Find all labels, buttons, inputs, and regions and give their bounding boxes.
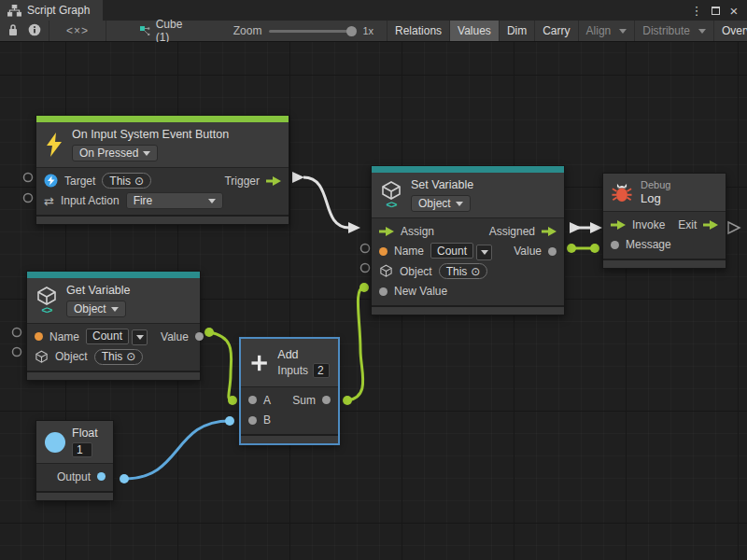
name-input-port[interactable] [35,332,43,341]
target-this-pill[interactable]: This⊙ [102,173,151,189]
relations-button[interactable]: Relations [387,21,449,41]
chevron-down-button[interactable] [476,245,492,260]
svg-text:<>: <> [42,304,52,315]
input-b-port[interactable] [248,416,257,425]
values-button[interactable]: Values [449,21,499,41]
name-row: Name Count Value [372,242,564,262]
more-menu-icon[interactable]: ⋮ [689,3,704,18]
object-scope-icon: ⊙ [126,350,135,363]
object-this-pill[interactable]: This⊙ [439,263,488,279]
node-get-variable[interactable]: <> Get Variable Object Name Count Value [26,271,201,381]
unconnected-exit-port[interactable] [728,222,740,233]
node-footer [372,305,564,315]
value-output-port[interactable] [195,332,204,341]
variable-cube-icon: <> [380,181,402,209]
tab-script-graph[interactable]: Script Graph [0,0,103,21]
chevron-down-icon [698,29,706,34]
assign-row: Assign Assigned [372,221,564,242]
zoom-slider-knob[interactable] [346,26,357,36]
chevron-down-icon [111,307,119,312]
assign-label: Assign [401,225,434,238]
name-input-port[interactable] [379,247,388,256]
name-label: Name [394,245,424,258]
float-type-icon [45,432,65,453]
float-value-field[interactable]: 1 [72,442,92,457]
node-on-input-system-event[interactable]: On Input System Event Button On Pressed … [35,115,289,225]
new-value-input-port[interactable] [379,287,388,296]
exit-label: Exit [678,218,697,231]
node-title: Log [641,191,661,205]
node-footer [603,259,726,268]
overview-button[interactable]: Overview [713,21,747,41]
object-cube-icon [35,350,49,364]
zoom-value: 1x [362,25,374,36]
graph-canvas[interactable]: On Input System Event Button On Pressed … [0,42,747,560]
breadcrumb[interactable]: Cube (1) [131,21,196,41]
plus-icon [249,352,269,374]
value-output-port[interactable] [548,247,557,256]
breadcrumb-collapse-icon[interactable]: <×> [66,24,89,37]
chevron-down-icon [456,202,463,206]
node-add[interactable]: Add Inputs 2 A Sum B [240,338,339,444]
object-this-pill[interactable]: This⊙ [94,349,144,365]
wire-trigger-assign[interactable] [292,172,360,233]
variable-name-dropdown[interactable]: Count [430,243,492,260]
wire-sum-newvalue[interactable] [343,283,369,405]
name-row: Name Count Value [27,327,200,347]
chevron-down-icon [143,151,150,156]
message-input-port[interactable] [611,241,619,249]
align-label: Align [586,24,612,37]
input-action-row: ⇄ Input Action Fire [36,191,289,212]
maximize-icon[interactable] [708,3,723,18]
info-icon[interactable] [28,23,41,39]
output-port[interactable] [97,472,106,481]
inputs-count-field[interactable]: 2 [313,363,330,378]
wire-getvalue-a[interactable] [204,328,237,405]
node-title: On Input System Event Button [72,128,229,141]
assign-input-port[interactable] [379,227,394,236]
bug-icon [612,181,632,203]
output-label: Output [57,470,91,483]
target-label: Target [64,175,95,188]
new-value-label: New Value [394,285,447,298]
variable-scope-dropdown[interactable]: Object [411,195,471,212]
trigger-output-port[interactable] [266,176,281,186]
input-action-dropdown[interactable]: Fire [126,192,223,209]
sum-output-port[interactable] [322,396,331,404]
name-value: Count [92,329,122,343]
node-debug-log[interactable]: Debug Log Invoke Exit Message [602,173,726,269]
wire-float-b[interactable] [120,416,234,483]
object-label: Object [400,265,432,278]
lock-info-group [0,21,49,41]
node-footer [27,371,200,380]
assigned-output-port[interactable] [542,227,557,236]
distribute-label: Distribute [642,24,690,37]
invoke-input-port[interactable] [611,220,626,230]
distribute-dropdown[interactable]: Distribute [634,21,713,41]
node-title: Set Variable [411,178,473,191]
wire-assigned-invoke[interactable] [570,222,602,233]
input-a-label: A [263,394,271,407]
align-dropdown[interactable]: Align [578,21,635,41]
input-b-label: B [263,413,271,427]
chevron-down-button[interactable] [132,329,148,345]
variable-name-dropdown[interactable]: Count [86,329,148,346]
zoom-slider[interactable] [269,30,355,33]
node-category: Debug [641,179,670,190]
close-icon[interactable]: × [726,3,741,18]
dim-button[interactable]: Dim [499,21,534,41]
object-row: Object This⊙ [372,261,564,282]
variable-node-color-bar [27,272,200,278]
carry-button[interactable]: Carry [534,21,577,41]
tab-label: Script Graph [27,4,90,17]
exit-output-port[interactable] [703,220,718,230]
node-float-literal[interactable]: Float 1 Output [35,420,114,501]
event-mode-dropdown[interactable]: On Pressed [72,145,158,161]
wire-value-message[interactable] [567,244,599,253]
breadcrumb-label: Cube (1) [156,18,187,44]
graph-hierarchy-icon [7,5,21,17]
variable-scope-dropdown[interactable]: Object [66,301,126,317]
node-set-variable[interactable]: <> Set Variable Object Assign Assigned N… [371,165,565,315]
lock-icon[interactable] [7,23,19,39]
input-a-port[interactable] [248,396,257,404]
